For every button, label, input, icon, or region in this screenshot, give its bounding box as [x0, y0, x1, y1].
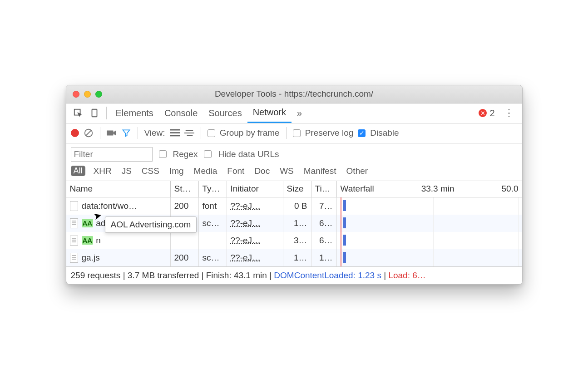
filter-type-css[interactable]: CSS [140, 165, 161, 177]
row-time: 6… [311, 215, 337, 232]
row-time: 7… [311, 197, 337, 215]
table-body: data:font/wo…200font??-eJ…0 B7…AAadsWrap… [66, 197, 522, 266]
network-toolbar: View: Group by frame Preserve log Disabl… [66, 123, 522, 143]
tab-network[interactable]: Network [247, 103, 292, 123]
preserve-log-label: Preserve log [305, 128, 354, 138]
ad-badge: AA [82, 236, 94, 245]
devtools-window: Developer Tools - https://techcrunch.com… [66, 85, 523, 285]
table-row[interactable]: AAn??-eJ…3…6… [66, 232, 522, 249]
hide-data-urls-checkbox[interactable] [204, 150, 212, 158]
device-mode-icon[interactable] [89, 108, 100, 118]
hide-data-urls-label: Hide data URLs [218, 149, 279, 159]
camera-icon[interactable] [107, 128, 117, 138]
inspect-element-icon[interactable] [73, 108, 84, 118]
svg-rect-5 [170, 129, 180, 131]
filter-icon[interactable] [121, 128, 131, 138]
row-size: 1… [283, 215, 311, 232]
row-type: sc… [199, 215, 227, 232]
svg-rect-10 [187, 135, 193, 136]
table-row[interactable]: ga.js200sc…??-eJ…1…1… [66, 249, 522, 266]
tab-sources[interactable]: Sources [203, 103, 247, 123]
record-button[interactable] [71, 129, 79, 137]
row-waterfall [337, 232, 522, 249]
group-by-frame-checkbox[interactable] [208, 129, 215, 137]
file-icon [70, 218, 78, 228]
svg-line-3 [86, 131, 91, 136]
filter-type-manifest[interactable]: Manifest [302, 165, 338, 177]
row-size: 1… [283, 249, 311, 266]
row-initiator[interactable]: ??-eJ… [231, 201, 261, 211]
filter-type-all[interactable]: All [71, 166, 85, 176]
row-type: sc… [199, 249, 227, 266]
col-waterfall[interactable]: Waterfall 33.3 min 50.0 [337, 181, 522, 197]
row-type: font [199, 197, 227, 215]
clear-button[interactable] [84, 128, 94, 138]
more-options-icon[interactable]: ⋮ [499, 107, 519, 119]
row-status: 200 [171, 197, 199, 215]
filter-type-img[interactable]: Img [168, 165, 186, 177]
col-initiator[interactable]: Initiator [227, 181, 283, 197]
row-time: 6… [311, 232, 337, 249]
row-waterfall [337, 215, 522, 232]
file-icon [70, 201, 78, 211]
row-time: 1… [311, 249, 337, 266]
separator [106, 107, 107, 119]
small-rows-icon[interactable] [184, 128, 194, 138]
preserve-log-checkbox[interactable] [293, 129, 301, 137]
row-type [199, 232, 227, 249]
tab-more[interactable]: » [292, 103, 307, 123]
group-by-frame-label: Group by frame [220, 128, 280, 138]
status-finish: Finish: 43.1 min [206, 271, 267, 280]
error-count: 2 [489, 108, 494, 118]
col-name[interactable]: Name [66, 181, 171, 197]
filter-type-js[interactable]: JS [120, 165, 133, 177]
row-initiator[interactable]: ??-eJ… [231, 253, 261, 263]
regex-checkbox[interactable] [159, 150, 167, 158]
status-bar: 259 requests | 3.7 MB transferred | Fini… [66, 266, 522, 284]
regex-label: Regex [173, 149, 198, 159]
tab-elements[interactable]: Elements [110, 103, 159, 123]
minimize-window-button[interactable] [84, 91, 91, 98]
filter-input[interactable] [71, 147, 153, 162]
row-waterfall [337, 197, 522, 215]
status-requests: 259 requests [71, 271, 121, 280]
view-label: View: [144, 128, 165, 138]
titlebar: Developer Tools - https://techcrunch.com… [66, 85, 522, 103]
table-row[interactable]: data:font/wo…200font??-eJ…0 B7… [66, 197, 522, 215]
error-icon: ✕ [479, 109, 487, 117]
svg-rect-8 [185, 130, 193, 131]
row-name: data:font/wo… [82, 201, 138, 211]
filter-type-doc[interactable]: Doc [252, 165, 272, 177]
filter-type-other[interactable]: Other [345, 165, 370, 177]
row-status: 200 [171, 249, 199, 266]
zoom-window-button[interactable] [95, 91, 102, 98]
disable-cache-label: Disable [370, 128, 399, 138]
large-rows-icon[interactable] [170, 128, 180, 138]
col-status[interactable]: St… [171, 181, 199, 197]
row-initiator[interactable]: ??-eJ… [231, 218, 261, 228]
tab-console[interactable]: Console [159, 103, 203, 123]
row-name: n [96, 236, 101, 246]
col-time[interactable]: Ti… [311, 181, 337, 197]
status-load: Load: 6… [388, 271, 425, 280]
col-size[interactable]: Size [283, 181, 311, 197]
row-initiator[interactable]: ??-eJ… [231, 236, 261, 246]
filter-type-font[interactable]: Font [225, 165, 246, 177]
disable-cache-checkbox[interactable] [358, 129, 366, 137]
ad-badge: AA [82, 219, 94, 227]
error-count-badge[interactable]: ✕ 2 [479, 108, 494, 118]
row-size: 3… [283, 232, 311, 249]
filter-type-xhr[interactable]: XHR [92, 165, 114, 177]
main-tabbar: Elements Console Sources Network » ✕ 2 ⋮ [66, 103, 522, 123]
file-icon [70, 236, 78, 246]
close-window-button[interactable] [73, 91, 79, 98]
svg-rect-1 [92, 109, 97, 117]
svg-rect-6 [170, 132, 180, 133]
table-header: Name St… Ty… Initiator Size Ti… Waterfal… [66, 181, 522, 197]
svg-rect-4 [107, 131, 114, 136]
status-transferred: 3.7 MB transferred [128, 271, 199, 280]
filter-type-media[interactable]: Media [192, 165, 219, 177]
filter-type-ws[interactable]: WS [278, 165, 296, 177]
filter-bar: Regex Hide data URLs All XHR JS CSS Img … [66, 143, 522, 181]
col-type[interactable]: Ty… [199, 181, 227, 197]
